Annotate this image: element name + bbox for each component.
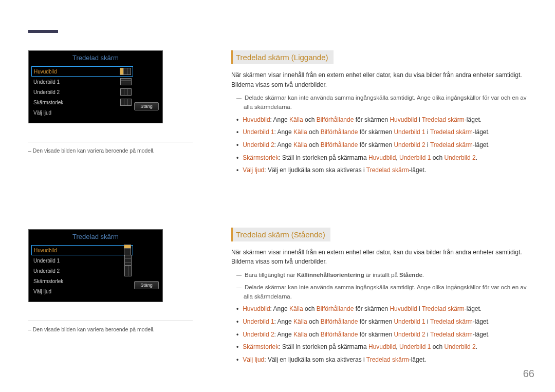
list-item: Huvudbild: Ange Källa och Bilförhållande… bbox=[236, 115, 527, 125]
osd-title: Tredelad skärm bbox=[29, 51, 162, 64]
layout-icon bbox=[120, 99, 132, 106]
osd-row-underbild1[interactable]: Underbild 1 bbox=[31, 255, 133, 266]
osd-row-underbild1[interactable]: Underbild 1 bbox=[31, 77, 133, 87]
osd-row-underbild2[interactable]: Underbild 2 bbox=[31, 87, 133, 97]
bullet-list: Huvudbild: Ange Källa och Bilförhållande… bbox=[231, 304, 527, 364]
layout-icon bbox=[124, 265, 132, 276]
note-text: Bara tillgängligt när Källinnehållsorien… bbox=[231, 271, 527, 280]
list-item: Skärmstorlek: Ställ in storleken på skär… bbox=[236, 153, 527, 163]
intro-text: När skärmen visar innehåll från en exter… bbox=[231, 248, 527, 267]
osd-panel-portrait: Tredelad skärm Huvudbild Underbild 1 Und… bbox=[28, 229, 163, 302]
layout-icon bbox=[124, 255, 132, 266]
list-item: Huvudbild: Ange Källa och Bilförhållande… bbox=[236, 304, 527, 314]
list-item: Välj ljud: Välj en ljudkälla som ska akt… bbox=[236, 165, 527, 175]
osd-row-valjljud[interactable]: Välj ljud bbox=[31, 107, 133, 118]
layout-icon bbox=[124, 245, 131, 256]
osd-panel-landscape: Tredelad skärm Huvudbild Underbild 1 Und… bbox=[28, 50, 163, 123]
osd-title: Tredelad skärm bbox=[29, 230, 162, 243]
page-number: 66 bbox=[523, 368, 534, 380]
layout-icon bbox=[120, 78, 132, 85]
close-button[interactable]: Stäng bbox=[134, 281, 159, 289]
osd-row-huvudbild[interactable]: Huvudbild bbox=[31, 245, 133, 255]
note-text: Delade skärmar kan inte använda samma in… bbox=[231, 283, 527, 302]
list-item: Underbild 2: Ange Källa och Bilförhållan… bbox=[236, 330, 527, 340]
osd-row-underbild2[interactable]: Underbild 2 bbox=[31, 266, 133, 276]
caption: – Den visade bilden kan variera beroende… bbox=[28, 321, 193, 332]
osd-row-huvudbild[interactable]: Huvudbild bbox=[31, 66, 133, 77]
section-heading-portrait: Tredelad skärm (Stående) bbox=[231, 228, 330, 241]
caption: – Den visade bilden kan variera beroende… bbox=[28, 142, 193, 154]
list-item: Underbild 2: Ange Källa och Bilförhållan… bbox=[236, 140, 527, 150]
intro-text: När skärmen visar innehåll från en exter… bbox=[231, 70, 527, 89]
layout-icon bbox=[120, 68, 131, 75]
layout-icon bbox=[120, 88, 132, 96]
list-item: Skärmstorlek: Ställ in storleken på skär… bbox=[236, 342, 527, 352]
osd-row-skarmstorlek[interactable]: Skärmstorlek bbox=[31, 97, 133, 107]
list-item: Underbild 1: Ange Källa och Bilförhållan… bbox=[236, 127, 527, 137]
close-button[interactable]: Stäng bbox=[134, 102, 159, 110]
osd-row-valjljud[interactable]: Välj ljud bbox=[31, 286, 133, 296]
note-text: Delade skärmar kan inte använda samma in… bbox=[231, 94, 527, 112]
header-accent bbox=[28, 30, 58, 33]
bullet-list: Huvudbild: Ange Källa och Bilförhållande… bbox=[231, 115, 527, 175]
osd-row-skarmstorlek[interactable]: Skärmstorlek bbox=[31, 276, 133, 286]
list-item: Underbild 1: Ange Källa och Bilförhållan… bbox=[236, 317, 527, 327]
list-item: Välj ljud: Välj en ljudkälla som ska akt… bbox=[236, 355, 527, 365]
section-heading-landscape: Tredelad skärm (Liggande) bbox=[231, 50, 334, 64]
